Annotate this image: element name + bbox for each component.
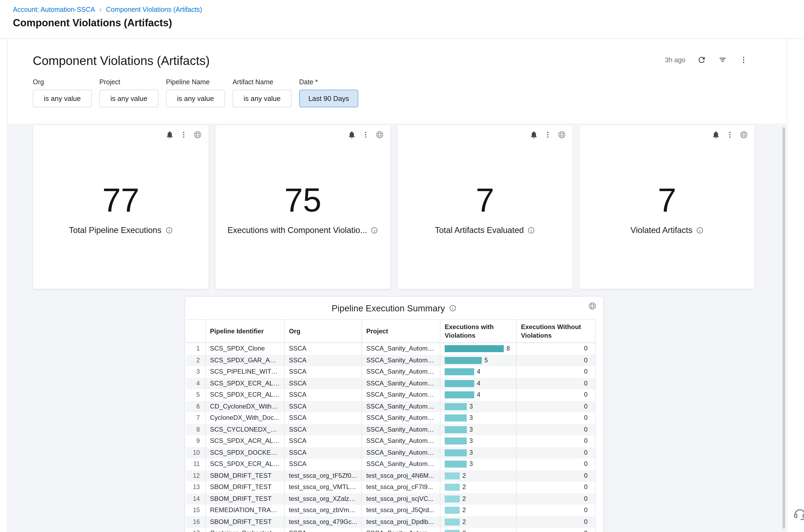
violations-bar-value: 3 [469, 447, 473, 458]
table-row[interactable]: 9 SCS_SPDX_ACR_ALL... SSCA SSCA_Sanity_A… [186, 435, 596, 447]
cell-org: SSCA [285, 366, 362, 378]
table-row[interactable]: 4 SCS_SPDX_ECR_ALL_... SSCA SSCA_Sanity_… [186, 378, 596, 389]
metric-tile[interactable]: 7 Total Artifacts Evaluated [397, 125, 573, 289]
cell-project: SSCA_Sanity_Automa... [362, 412, 441, 424]
metric-value: 7 [476, 183, 494, 216]
violations-bar-value: 4 [477, 389, 481, 401]
help-chat-icon[interactable] [793, 507, 804, 521]
row-index: 14 [186, 493, 206, 505]
row-index: 1 [186, 343, 206, 355]
globe-icon[interactable] [558, 130, 566, 139]
tile-kebab-icon[interactable] [361, 130, 370, 139]
filter-value-button[interactable]: is any value [99, 90, 158, 107]
cell-executions-with-violations: 2 [441, 481, 517, 493]
breadcrumb-account-link[interactable]: Account: Automation-SSCA [13, 6, 95, 13]
cell-executions-without-violations: 0 [517, 505, 596, 516]
table-row[interactable]: 5 SCS_SPDX_ECR_ALL_... SSCA SSCA_Sanity_… [186, 389, 596, 401]
cell-pipeline-identifier: SCS_SPDX_ACR_ALL... [206, 435, 285, 447]
globe-icon[interactable] [588, 302, 597, 310]
filter-value-button[interactable]: is any value [232, 90, 292, 107]
row-index: 13 [186, 481, 206, 493]
table-row[interactable]: 13 SBOM_DRIFT_TEST test_ssca_org_VMTLz..… [186, 481, 596, 493]
tile-kebab-icon[interactable] [180, 130, 188, 139]
row-index: 3 [186, 366, 206, 378]
filter-group: Project is any value [99, 78, 158, 107]
info-icon[interactable] [527, 226, 535, 234]
summary-table-body: 1 SCS_SPDX_Clone SSCA SSCA_Sanity_Automa… [186, 343, 596, 532]
tile-kebab-icon[interactable] [543, 130, 552, 139]
violations-bar [445, 530, 460, 532]
info-icon[interactable] [371, 226, 378, 234]
cell-project: SSCA_Sanity_Automa... [362, 528, 441, 532]
metric-tile[interactable]: 77 Total Pipeline Executions [33, 125, 209, 289]
cell-project: test_ssca_proj_scjVC... [362, 493, 441, 505]
table-row[interactable]: 6 CD_CycloneDX_With_... SSCA SSCA_Sanity… [186, 401, 596, 412]
alert-bell-icon[interactable] [348, 130, 356, 139]
cell-project: SSCA_Sanity_Automa... [362, 424, 441, 435]
table-row[interactable]: 7 CycloneDX_With_Doc... SSCA SSCA_Sanity… [186, 412, 596, 424]
col-header-with-violations: Executions with Violations [441, 320, 517, 342]
table-row[interactable]: 3 SCS_PIPELINE_WITH... SSCA SSCA_Sanity_… [186, 366, 596, 378]
cell-project: SSCA_Sanity_Automa... [362, 389, 441, 401]
tile-kebab-icon[interactable] [726, 130, 734, 139]
metric-tile[interactable]: 75 Executions with Component Violatio... [215, 125, 391, 289]
info-icon[interactable] [449, 304, 457, 312]
filter-value-button[interactable]: is any value [33, 90, 92, 107]
cell-project: SSCA_Sanity_Automa... [362, 435, 441, 447]
cell-executions-without-violations: 0 [517, 412, 596, 424]
table-row[interactable]: 8 SCS_CYCLONEDX_GA... SSCA SSCA_Sanity_A… [186, 424, 596, 435]
metric-tile[interactable]: 7 Violated Artifacts [579, 125, 755, 289]
breadcrumb-current-link[interactable]: Component Violations (Artifacts) [106, 6, 202, 13]
alert-bell-icon[interactable] [712, 130, 720, 139]
violations-bar-value: 2 [463, 516, 466, 528]
violations-bar [445, 415, 467, 422]
violations-bar [445, 345, 504, 353]
table-row[interactable]: 16 SBOM_DRIFT_TEST test_ssca_org_479Gc..… [186, 516, 596, 528]
cell-project: test_ssca_proj_J5Qrd... [362, 505, 441, 516]
cell-org: SSCA [285, 378, 362, 389]
filter-icon[interactable] [718, 55, 727, 64]
row-index: 9 [186, 435, 206, 447]
cell-executions-without-violations: 0 [517, 435, 596, 447]
alert-bell-icon[interactable] [529, 130, 538, 139]
table-row[interactable]: 11 SCS_SPDX_ECR_ALL_... SSCA SSCA_Sanity… [186, 458, 596, 470]
violations-bar [445, 403, 467, 410]
cell-executions-with-violations: 2 [441, 516, 517, 528]
alert-bell-icon[interactable] [165, 130, 174, 139]
table-row[interactable]: 17 Container_Orchestrat... SSCA SSCA_San… [186, 528, 596, 532]
cell-executions-without-violations: 0 [517, 401, 596, 412]
cell-executions-without-violations: 0 [517, 389, 596, 401]
filter-value-button[interactable]: Last 90 Days [299, 90, 358, 107]
dashboard-controls: 3h ago [665, 55, 748, 64]
table-row[interactable]: 1 SCS_SPDX_Clone SSCA SSCA_Sanity_Automa… [186, 343, 596, 355]
vertical-scrollbar[interactable] [783, 127, 785, 529]
table-row[interactable]: 15 REMEDIATION_TRAC... test_ssca_org_zbV… [186, 505, 596, 516]
info-icon[interactable] [696, 226, 704, 234]
cell-pipeline-identifier: SBOM_DRIFT_TEST [206, 481, 285, 493]
table-row[interactable]: 10 SCS_SPDX_DOCKER_... SSCA SSCA_Sanity_… [186, 447, 596, 458]
cell-executions-with-violations: 3 [441, 458, 517, 470]
kebab-menu-icon[interactable] [739, 55, 748, 64]
table-row[interactable]: 12 SBOM_DRIFT_TEST test_ssca_org_tF5Zf0.… [186, 470, 596, 481]
row-index: 4 [186, 378, 206, 389]
cell-executions-with-violations: 3 [441, 401, 517, 412]
metric-value: 75 [284, 183, 321, 216]
violations-bar [445, 426, 467, 433]
globe-icon[interactable] [193, 130, 202, 139]
info-icon[interactable] [165, 226, 173, 234]
cell-pipeline-identifier: Container_Orchestrat... [206, 528, 285, 532]
table-row[interactable]: 14 SBOM_DRIFT_TEST test_ssca_org_XZalzy.… [186, 493, 596, 505]
metric-label: Total Artifacts Evaluated [435, 225, 524, 235]
table-row[interactable]: 2 SCS_SPDX_GAR_ALL... SSCA SSCA_Sanity_A… [186, 355, 596, 366]
filter-group: Date * Last 90 Days [299, 78, 358, 107]
globe-icon[interactable] [375, 130, 384, 139]
globe-icon[interactable] [740, 130, 748, 139]
violations-bar [445, 449, 467, 456]
cell-project: SSCA_Sanity_Automa... [362, 343, 441, 355]
violations-bar-value: 2 [463, 528, 466, 532]
cell-pipeline-identifier: REMEDIATION_TRAC... [206, 505, 285, 516]
row-index: 11 [186, 458, 206, 470]
filter-value-button[interactable]: is any value [166, 90, 225, 107]
refresh-icon[interactable] [697, 55, 706, 64]
violations-bar-value: 8 [506, 343, 510, 355]
